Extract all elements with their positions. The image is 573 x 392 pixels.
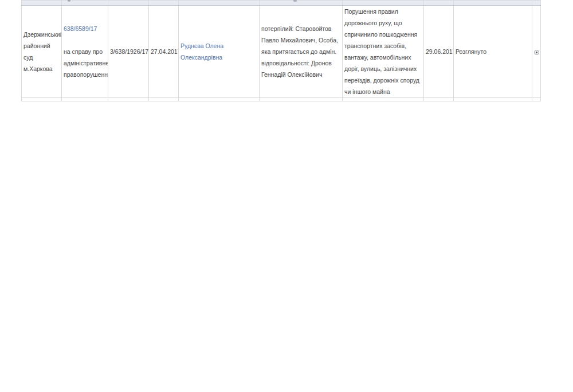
court-name-text: Дзержинський районний суд м.Харкова — [23, 31, 62, 72]
header-cell-received-date — [149, 1, 179, 6]
header-cell-status — [454, 1, 532, 6]
cell-status: Розглянуто — [454, 6, 532, 98]
empty-partial-row — [22, 98, 541, 101]
cell-row-marker — [532, 6, 541, 98]
cell-case-essence: Порушення правил дорожнього руху, що спр… — [343, 6, 424, 98]
header-cell-court — [22, 1, 62, 6]
case-subject-text: на справу про адміністративне правопоруш… — [64, 46, 106, 80]
review-date-text: 29.06.2017 — [426, 48, 454, 55]
cell-review-date: 29.06.2017 — [424, 6, 454, 98]
header-cell-marker — [532, 1, 541, 6]
cell-judge: Руднєва Олена Олександрівна — [179, 6, 260, 98]
case-number-link[interactable]: 638/6589/17 — [64, 25, 97, 32]
cell-parties: потерпілий: Старовойтов Павло Михайлович… — [260, 6, 343, 98]
clipped-header-text-remnant — [68, 0, 70, 2]
judge-link[interactable]: Руднєва Олена Олександрівна — [180, 42, 223, 61]
table-row: Дзержинський районний суд м.Харкова 638/… — [22, 6, 541, 98]
cell-case-number: 638/6589/17 на справу про адміністративн… — [62, 6, 108, 98]
parties-text: потерпілий: Старовойтов Павло Михайлович… — [261, 25, 338, 78]
case-essence-text: Порушення правил дорожнього руху, що спр… — [344, 8, 419, 95]
page: Дзержинський районний суд м.Харкова 638/… — [0, 0, 573, 392]
cell-proceedings-number: 3/638/1926/17 — [108, 6, 149, 98]
header-cell-judge — [179, 1, 260, 6]
header-cell-review-date — [424, 1, 454, 6]
table-header-clipped — [22, 1, 541, 6]
court-cases-table: Дзержинський районний суд м.Харкова 638/… — [21, 0, 541, 101]
status-text: Розглянуто — [456, 48, 486, 55]
header-cell-proceedings-number — [108, 1, 149, 6]
case-number-line: 638/6589/17 — [64, 23, 106, 34]
received-date-text: 27.04.2017 — [151, 48, 179, 55]
clipped-header-text-remnant — [293, 0, 297, 2]
cell-court-name: Дзержинський районний суд м.Харкова — [22, 6, 62, 98]
header-row — [22, 1, 541, 6]
cell-received-date: 27.04.2017 — [149, 6, 179, 98]
radio-dot-icon[interactable] — [534, 50, 539, 55]
court-cases-table-wrap: Дзержинський районний суд м.Харкова 638/… — [21, 0, 541, 101]
header-cell-parties — [260, 1, 343, 6]
header-cell-essence — [343, 1, 424, 6]
proceedings-number-text: 3/638/1926/17 — [110, 48, 148, 55]
